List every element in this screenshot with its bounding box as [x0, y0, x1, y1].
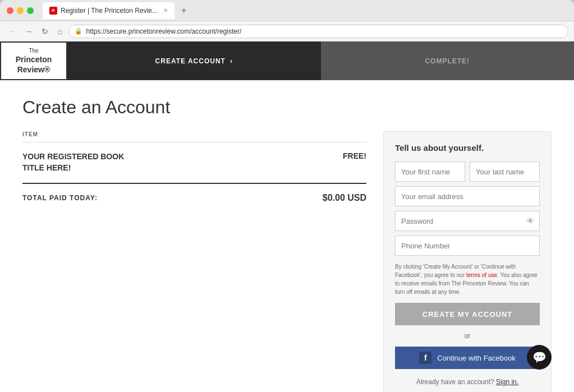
chat-button[interactable]: 💬	[527, 345, 552, 370]
browser-tab[interactable]: R Register | The Princeton Revie... ✕	[43, 2, 175, 19]
browser-titlebar: R Register | The Princeton Revie... ✕ +	[0, 0, 574, 21]
browser-toolbar: ← → ↻ ⌂ 🔒 https://secure.princetonreview…	[0, 21, 574, 41]
logo-area: The Princeton Review®	[0, 41, 67, 80]
two-column-layout: ITEM YOUR REGISTERED BOOKTITLE HERE! FRE…	[22, 131, 552, 392]
order-item-price: FREE!	[343, 151, 366, 160]
logo: The Princeton Review®	[16, 47, 52, 75]
close-button[interactable]	[7, 7, 13, 14]
address-bar[interactable]: 🔒 https://secure.princetonreview.com/acc…	[68, 25, 568, 38]
terms-link[interactable]: terms of use	[466, 272, 497, 278]
password-input[interactable]	[395, 211, 540, 231]
main-area: Create an Account ITEM YOUR REGISTERED B…	[0, 80, 574, 392]
nav-steps: CREATE ACCOUNT › COMPLETE!	[67, 41, 574, 80]
logo-princeton: Princeton	[16, 54, 52, 64]
nav-step-create: CREATE ACCOUNT ›	[67, 41, 321, 80]
back-button[interactable]: ←	[6, 26, 18, 37]
sign-in-link[interactable]: Sign in.	[496, 378, 518, 386]
chat-icon: 💬	[532, 351, 547, 364]
order-item-row: YOUR REGISTERED BOOKTITLE HERE! FREE!	[22, 142, 366, 182]
minimize-button[interactable]	[17, 7, 24, 14]
phone-input[interactable]	[395, 236, 540, 256]
phone-row	[395, 236, 540, 256]
traffic-lights	[7, 7, 34, 14]
order-column-label: ITEM	[22, 131, 366, 137]
password-toggle-icon[interactable]: 👁	[526, 216, 534, 225]
register-panel-title: Tell us about yourself.	[395, 143, 540, 153]
facebook-button[interactable]: f Continue with Facebook	[395, 347, 540, 369]
nav-step-complete-label: COMPLETE!	[425, 57, 470, 65]
new-tab-button[interactable]: +	[181, 6, 186, 16]
nav-step-create-label: CREATE ACCOUNT	[155, 57, 226, 65]
home-button[interactable]: ⌂	[55, 26, 64, 37]
lock-icon: 🔒	[75, 27, 82, 35]
facebook-icon: f	[419, 352, 431, 364]
email-row	[395, 186, 540, 206]
password-wrapper: 👁	[395, 211, 540, 231]
browser-window: R Register | The Princeton Revie... ✕ + …	[0, 0, 574, 392]
last-name-input[interactable]	[470, 162, 540, 182]
maximize-button[interactable]	[27, 7, 34, 14]
url-text: https://secure.princetonreview.com/accou…	[86, 27, 562, 35]
name-row	[395, 162, 540, 182]
order-total-label: TOTAL PAID TODAY:	[22, 194, 98, 202]
order-item-title: YOUR REGISTERED BOOKTITLE HERE!	[22, 151, 124, 173]
forward-button[interactable]: →	[22, 26, 35, 37]
tab-title: Register | The Princeton Revie...	[61, 7, 158, 15]
already-account-text: Already have an account? Sign in.	[395, 378, 540, 386]
already-text: Already have an account?	[416, 378, 494, 386]
create-account-button[interactable]: Create My Account	[395, 303, 540, 325]
logo-the: The	[16, 47, 52, 54]
register-panel: Tell us about yourself. 👁	[383, 131, 552, 392]
order-total-price: $0.00 USD	[323, 193, 366, 203]
reload-button[interactable]: ↻	[39, 26, 50, 37]
legal-text: By clicking 'Create My Account' or 'Cont…	[395, 262, 540, 296]
nav-step-arrow: ›	[230, 57, 233, 65]
page-content: The Princeton Review® CREATE ACCOUNT › C…	[0, 41, 574, 392]
logo-review: Review®	[16, 64, 52, 75]
email-input[interactable]	[395, 186, 540, 206]
right-column: Tell us about yourself. 👁	[383, 131, 552, 392]
tab-close-icon[interactable]: ✕	[163, 7, 168, 13]
tab-favicon: R	[49, 7, 57, 15]
site-header: The Princeton Review® CREATE ACCOUNT › C…	[0, 41, 574, 80]
page-title: Create an Account	[22, 97, 552, 118]
facebook-btn-label: Continue with Facebook	[437, 354, 515, 362]
left-column: ITEM YOUR REGISTERED BOOKTITLE HERE! FRE…	[22, 131, 366, 392]
or-divider: or	[395, 332, 540, 340]
order-total-row: TOTAL PAID TODAY: $0.00 USD	[22, 183, 366, 212]
nav-step-complete: COMPLETE!	[321, 41, 575, 80]
first-name-input[interactable]	[395, 162, 465, 182]
